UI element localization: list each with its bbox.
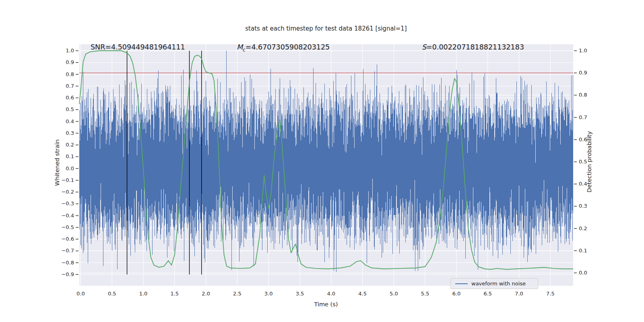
left-tick-label: 1.0 xyxy=(66,47,74,54)
x-tick-label: 2.0 xyxy=(202,291,210,297)
left-tick-label: 0.5 xyxy=(66,106,74,112)
x-tick-label: 7.0 xyxy=(515,291,523,297)
left-tick-label: 0.0 xyxy=(66,165,74,171)
x-tick-label: 0.5 xyxy=(108,291,116,297)
s-statistic-annotation: S=0.0022071818821132183 xyxy=(422,43,524,51)
left-tick-label: −0.4 xyxy=(61,213,74,219)
x-tick-label: 5.5 xyxy=(421,291,429,297)
chirp-mass-annotation: Mc=4.6707305908203125 xyxy=(237,43,330,53)
right-tick-label: 0.4 xyxy=(579,181,587,187)
x-tick-label: 3.0 xyxy=(264,291,273,297)
legend-line-sample xyxy=(455,283,468,284)
left-tick-label: 0.2 xyxy=(66,142,74,148)
right-tick-label: 0.5 xyxy=(579,159,587,165)
left-tick-label: 0.1 xyxy=(66,153,74,159)
snr-annotation: SNR=4.509449481964111 xyxy=(91,43,185,51)
x-tick-label: 6.5 xyxy=(483,291,492,297)
figure: stats at each timestep for test data 182… xyxy=(0,0,644,322)
left-tick-label: 0.3 xyxy=(66,130,74,136)
left-tick-label: 0.7 xyxy=(66,83,74,89)
x-tick-label: 5.0 xyxy=(390,291,398,297)
x-tick-label: 2.5 xyxy=(233,291,242,297)
left-tick-label: −0.6 xyxy=(61,236,74,242)
right-tick-label: 0.3 xyxy=(579,203,587,209)
x-tick-label: 7.5 xyxy=(546,291,555,297)
x-tick-label: 0.0 xyxy=(76,291,85,297)
waveform-probability-chart xyxy=(79,44,573,286)
right-tick-label: 0.8 xyxy=(579,92,587,98)
left-tick-label: 0.4 xyxy=(66,118,74,124)
chart-title: stats at each timestep for test data 182… xyxy=(245,25,407,32)
x-axis-label: Time (s) xyxy=(314,301,338,308)
left-tick-label: 0.9 xyxy=(66,59,74,65)
x-tick-label: 1.0 xyxy=(139,291,148,297)
left-tick-label: −0.9 xyxy=(61,271,74,277)
right-tick-label: 0.6 xyxy=(579,136,587,142)
left-tick-label: 0.6 xyxy=(66,95,74,101)
left-tick-label: 0.8 xyxy=(66,71,74,77)
right-tick-label: 1.0 xyxy=(579,47,587,54)
right-tick-label: 0.9 xyxy=(579,70,587,76)
left-tick-label: −0.7 xyxy=(61,248,74,254)
right-tick-label: 0.7 xyxy=(579,114,587,120)
x-tick-label: 6.0 xyxy=(452,291,461,297)
left-tick-label: −0.8 xyxy=(61,260,74,266)
right-tick-label: 0.0 xyxy=(579,270,587,276)
left-tick-label: −0.1 xyxy=(61,177,74,183)
x-tick-label: 4.0 xyxy=(327,291,335,297)
left-tick-label: −0.3 xyxy=(61,200,74,206)
legend: waveform with noise xyxy=(450,278,538,289)
left-axis-label: Whitened strain xyxy=(54,139,60,186)
x-tick-label: 3.5 xyxy=(296,291,304,297)
right-tick-label: 0.1 xyxy=(579,248,587,254)
plot-area xyxy=(79,44,573,286)
left-tick-label: −0.2 xyxy=(61,189,74,195)
x-tick-label: 4.5 xyxy=(358,291,367,297)
waveform-with-noise-series xyxy=(80,51,573,272)
right-tick-label: 0.2 xyxy=(579,225,587,231)
left-tick-label: −0.5 xyxy=(61,224,74,230)
x-tick-label: 1.5 xyxy=(170,291,179,297)
legend-label: waveform with noise xyxy=(471,281,526,287)
